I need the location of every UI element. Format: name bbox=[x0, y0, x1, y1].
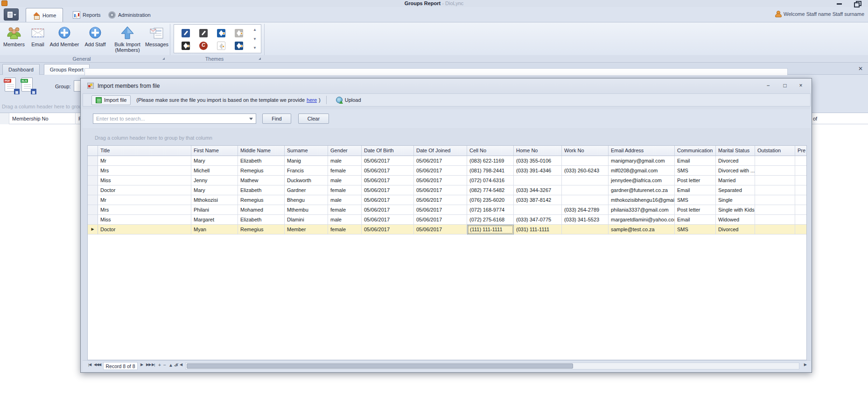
grid-cell[interactable]: Michell bbox=[191, 166, 238, 176]
row-indicator[interactable] bbox=[88, 195, 98, 205]
grid-cell[interactable] bbox=[755, 205, 795, 215]
column-header-outstation[interactable]: Outstation bbox=[755, 146, 795, 156]
grid-cell[interactable]: Mohamed bbox=[238, 205, 285, 215]
grid-cell[interactable] bbox=[795, 195, 807, 205]
column-header-pre[interactable]: Pre bbox=[795, 146, 807, 156]
grid-cell[interactable]: 05/06/2017 bbox=[362, 225, 414, 235]
grid-cell[interactable]: (072) 168-9774 bbox=[467, 205, 514, 215]
column-header-membership-no[interactable]: Membership No bbox=[9, 113, 76, 124]
grid-cell[interactable]: Elizabeth bbox=[238, 185, 285, 195]
grid-cell[interactable]: (033) 344-3267 bbox=[514, 185, 562, 195]
grid-cell[interactable]: 05/06/2017 bbox=[414, 166, 467, 176]
grid-cell[interactable]: 05/06/2017 bbox=[414, 225, 467, 235]
theme-red-circle[interactable]: C bbox=[199, 42, 208, 50]
export-pdf-button[interactable]: PDF bbox=[4, 78, 20, 95]
grid-cell[interactable]: SMS bbox=[675, 225, 716, 235]
minimize-button[interactable] bbox=[835, 1, 844, 6]
grid-cell[interactable]: 05/06/2017 bbox=[362, 156, 414, 166]
ribbon-button-bulk-import[interactable]: Bulk Import(Members) bbox=[111, 24, 144, 53]
tab-reports[interactable]: Reports bbox=[66, 8, 107, 22]
grid-cell[interactable] bbox=[755, 225, 795, 235]
grid-cell[interactable]: female bbox=[328, 205, 362, 215]
row-indicator[interactable] bbox=[88, 176, 98, 185]
grid-cell[interactable] bbox=[755, 215, 795, 225]
grid-cell[interactable]: Divorced bbox=[716, 156, 755, 166]
grid-cell[interactable]: Remegius bbox=[238, 225, 285, 235]
grid-cell[interactable]: male bbox=[328, 156, 362, 166]
grid-cell[interactable]: 05/06/2017 bbox=[414, 156, 467, 166]
grid-cell[interactable]: Mthembu bbox=[285, 205, 328, 215]
grid-cell[interactable]: Jenny bbox=[191, 176, 238, 185]
grid-cell[interactable] bbox=[755, 176, 795, 185]
grid-cell[interactable]: Post letter bbox=[675, 205, 716, 215]
grid-cell[interactable]: Philani bbox=[191, 205, 238, 215]
dialog-title-bar[interactable]: Import members from file − □ × bbox=[81, 78, 812, 93]
grid-cell[interactable]: Doctor bbox=[98, 225, 191, 235]
grid-cell[interactable] bbox=[562, 225, 609, 235]
grid-cell[interactable] bbox=[562, 156, 609, 166]
grid-cell[interactable] bbox=[514, 205, 562, 215]
grid-cell[interactable]: Dlamini bbox=[285, 215, 328, 225]
next-page-button[interactable]: ▶▶ bbox=[146, 362, 151, 367]
grid-cell[interactable]: Separated bbox=[716, 185, 755, 195]
grid-cell[interactable]: Mthokozisi bbox=[191, 195, 238, 205]
grid-cell[interactable]: Mary bbox=[191, 156, 238, 166]
row-indicator[interactable] bbox=[88, 156, 98, 166]
grid-cell[interactable]: Single bbox=[716, 195, 755, 205]
grid-cell[interactable]: 05/06/2017 bbox=[362, 185, 414, 195]
grid-cell[interactable]: Remegius bbox=[238, 195, 285, 205]
ribbon-button-members[interactable]: Members bbox=[2, 24, 26, 47]
grid-cell[interactable]: Email bbox=[675, 215, 716, 225]
grid-cell[interactable] bbox=[795, 225, 807, 235]
grid-cell[interactable]: 05/06/2017 bbox=[362, 205, 414, 215]
grid-cell[interactable]: (072) 074-6316 bbox=[467, 176, 514, 185]
tab-close-icon[interactable]: ✕ bbox=[857, 65, 864, 73]
grid-cell[interactable]: (033) 387-8142 bbox=[514, 195, 562, 205]
grid-cell[interactable]: (031) 111-1111 bbox=[514, 225, 562, 235]
column-header-first-name[interactable]: First Name bbox=[191, 146, 238, 156]
ribbon-button-email[interactable]: Email bbox=[27, 24, 49, 47]
grid-cell[interactable]: 05/06/2017 bbox=[414, 176, 467, 185]
grid-cell[interactable]: Manig bbox=[285, 156, 328, 166]
find-button[interactable]: Find bbox=[262, 114, 291, 124]
grid-cell[interactable]: manigmary@gmail.com bbox=[609, 156, 675, 166]
append-button[interactable]: + bbox=[158, 362, 161, 368]
grid-cell[interactable]: (033) 347-0775 bbox=[514, 215, 562, 225]
grid-cell[interactable] bbox=[795, 166, 807, 176]
row-indicator[interactable] bbox=[88, 185, 98, 195]
grid-cell[interactable] bbox=[755, 156, 795, 166]
column-header-communication[interactable]: Communication bbox=[675, 146, 716, 156]
grid-cell[interactable]: Margaret bbox=[191, 215, 238, 225]
grid-cell[interactable]: 05/06/2017 bbox=[362, 215, 414, 225]
grid-cell[interactable]: male bbox=[328, 195, 362, 205]
grid-cell[interactable]: Widowed bbox=[716, 215, 755, 225]
grid-cell[interactable] bbox=[795, 205, 807, 215]
grid-cell[interactable]: 05/06/2017 bbox=[414, 205, 467, 215]
dialog-maximize-button[interactable]: □ bbox=[779, 82, 791, 90]
grid-cell[interactable]: (033) 355-0106 bbox=[514, 156, 562, 166]
grid-cell[interactable]: sample@test.co.za bbox=[609, 225, 675, 235]
grid-cell[interactable] bbox=[795, 185, 807, 195]
scroll-left-icon[interactable]: ◀ bbox=[180, 362, 182, 367]
grid-cell[interactable]: Member bbox=[285, 225, 328, 235]
grid-cell[interactable]: 05/06/2017 bbox=[362, 176, 414, 185]
grid-cell[interactable]: Mr bbox=[98, 156, 191, 166]
grid-cell[interactable]: female bbox=[328, 225, 362, 235]
themes-dialog-launcher-icon[interactable] bbox=[259, 57, 261, 60]
restore-button[interactable] bbox=[853, 1, 861, 6]
grid-cell[interactable]: (033) 391-4346 bbox=[514, 166, 562, 176]
horizontal-scrollbar-thumb[interactable] bbox=[187, 363, 573, 369]
next-record-button[interactable]: ▶ bbox=[140, 362, 143, 367]
grid-cell[interactable]: Miss bbox=[98, 215, 191, 225]
cancel-edit-button[interactable]: ✗ bbox=[175, 362, 178, 368]
grid-cell[interactable]: 05/06/2017 bbox=[362, 195, 414, 205]
grid-cell[interactable]: jennydee@iafrica.com bbox=[609, 176, 675, 185]
search-dropdown-icon[interactable] bbox=[249, 118, 253, 120]
horizontal-scrollbar[interactable] bbox=[185, 362, 799, 370]
grid-cell[interactable]: mlf0208@gmail.com bbox=[609, 166, 675, 176]
grid-cell[interactable]: (082) 774-5482 bbox=[467, 185, 514, 195]
grid-cell[interactable]: Single with Kids bbox=[716, 205, 755, 215]
grid-cell[interactable]: 05/06/2017 bbox=[362, 166, 414, 176]
tab-administration[interactable]: Administration bbox=[102, 8, 157, 22]
theme-office-navy[interactable] bbox=[235, 42, 243, 50]
